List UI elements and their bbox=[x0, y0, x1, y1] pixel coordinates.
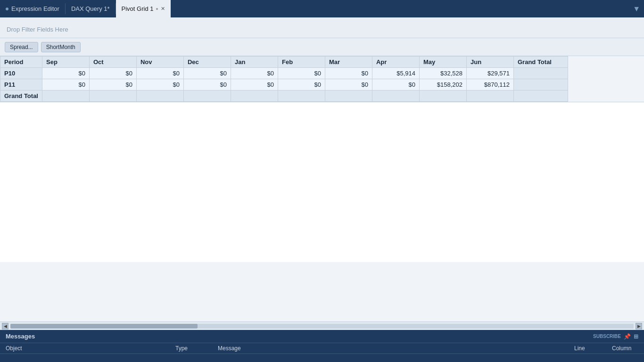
data-cell: $0 bbox=[136, 79, 183, 90]
pivot-table: Period Sep Oct Nov Dec Jan Feb Mar Apr M… bbox=[0, 56, 568, 102]
tab-dot bbox=[6, 8, 8, 10]
data-cell: $0 bbox=[183, 68, 231, 79]
chip-spread-label: Spread... bbox=[10, 44, 33, 50]
main-content: Drop Filter Fields Here Spread... ShortM… bbox=[0, 17, 644, 330]
col-header-jan: Jan bbox=[231, 57, 278, 68]
col-header-grand-total: Grand Total bbox=[513, 57, 568, 68]
title-bar: Expression Editor DAX Query 1* Pivot Gri… bbox=[0, 0, 644, 17]
scroll-thumb[interactable] bbox=[10, 324, 198, 329]
col-header-mar: Mar bbox=[325, 57, 372, 68]
data-cell bbox=[136, 90, 183, 102]
data-cell: $0 bbox=[231, 79, 278, 90]
pivot-table-wrapper[interactable]: Period Sep Oct Nov Dec Jan Feb Mar Apr M… bbox=[0, 56, 644, 321]
chip-shortmonth[interactable]: ShortMonth bbox=[41, 42, 81, 52]
data-cell: $0 bbox=[278, 68, 325, 79]
data-cell: $5,914 bbox=[372, 68, 419, 79]
messages-col-object: Object bbox=[0, 345, 170, 352]
period-cell-p11: P11 bbox=[0, 79, 42, 90]
data-cell bbox=[183, 90, 231, 102]
pivot-area: Period Sep Oct Nov Dec Jan Feb Mar Apr M… bbox=[0, 56, 644, 321]
messages-col-type: Type bbox=[170, 345, 212, 352]
data-cell: $0 bbox=[42, 68, 89, 79]
col-header-jun: Jun bbox=[466, 57, 513, 68]
period-cell-grand-total: Grand Total bbox=[0, 90, 42, 102]
chip-spread[interactable]: Spread... bbox=[5, 42, 38, 52]
messages-header: Messages SUBSCRIBE 📌 ⊞ bbox=[0, 330, 644, 343]
data-cell: $32,528 bbox=[419, 68, 466, 79]
data-cell: $0 bbox=[278, 79, 325, 90]
period-cell-p10: P10 bbox=[0, 68, 42, 79]
scroll-right-arrow[interactable]: ▶ bbox=[636, 323, 642, 329]
tab-label: Pivot Grid 1 bbox=[122, 5, 154, 12]
tab-separator-dot bbox=[156, 8, 158, 10]
tab-dax-query[interactable]: DAX Query 1* bbox=[66, 0, 116, 17]
data-cell: $29,571 bbox=[466, 68, 513, 79]
empty-canvas bbox=[0, 102, 644, 262]
grand-total-row: Grand Total bbox=[0, 90, 568, 102]
data-cell: $0 bbox=[89, 68, 136, 79]
data-cell: $0 bbox=[325, 79, 372, 90]
tab-close-icon[interactable]: ✕ bbox=[161, 6, 165, 12]
dock-icon[interactable]: ⊞ bbox=[634, 333, 638, 340]
col-header-nov: Nov bbox=[136, 57, 183, 68]
col-header-apr: Apr bbox=[372, 57, 419, 68]
data-cell: $0 bbox=[183, 79, 231, 90]
col-header-may: May bbox=[419, 57, 466, 68]
header-row: Period Sep Oct Nov Dec Jan Feb Mar Apr M… bbox=[0, 57, 568, 68]
messages-col-message: Message bbox=[212, 345, 569, 352]
chip-row: Spread... ShortMonth bbox=[0, 38, 644, 56]
table-row: P11 $0 $0 $0 $0 $0 $0 $0 $0 $158,202 $87… bbox=[0, 79, 568, 90]
data-cell bbox=[419, 90, 466, 102]
messages-title: Messages bbox=[6, 333, 35, 340]
horizontal-scrollbar[interactable]: ◀ ▶ bbox=[0, 321, 644, 330]
data-cell bbox=[278, 90, 325, 102]
chip-shortmonth-label: ShortMonth bbox=[46, 44, 75, 50]
grand-total-cell bbox=[513, 68, 568, 79]
data-cell: $158,202 bbox=[419, 79, 466, 90]
grand-total-cell bbox=[513, 90, 568, 102]
col-header-sep: Sep bbox=[42, 57, 89, 68]
data-cell: $870,112 bbox=[466, 79, 513, 90]
tab-label: DAX Query 1* bbox=[71, 5, 110, 12]
data-cell: $0 bbox=[325, 68, 372, 79]
messages-header-controls: SUBSCRIBE 📌 ⊞ bbox=[593, 333, 638, 340]
data-cell bbox=[466, 90, 513, 102]
tab-pivot-grid[interactable]: Pivot Grid 1 ✕ bbox=[116, 0, 171, 17]
data-cell: $0 bbox=[372, 79, 419, 90]
messages-col-column: Column bbox=[606, 345, 644, 352]
pin-icon[interactable]: 📌 bbox=[624, 333, 631, 340]
data-cell: $0 bbox=[136, 68, 183, 79]
table-row: P10 $0 $0 $0 $0 $0 $0 $0 $5,914 $32,528 … bbox=[0, 68, 568, 79]
data-cell bbox=[325, 90, 372, 102]
col-header-period: Period bbox=[0, 57, 42, 68]
drop-filter-bar[interactable]: Drop Filter Fields Here bbox=[0, 21, 644, 38]
bottom-panel: Messages SUBSCRIBE 📌 ⊞ Object Type Messa… bbox=[0, 330, 644, 362]
scroll-track[interactable] bbox=[10, 324, 634, 329]
subscribe-label: SUBSCRIBE bbox=[593, 334, 621, 339]
col-header-dec: Dec bbox=[183, 57, 231, 68]
messages-columns: Object Type Message Line Column bbox=[0, 343, 644, 354]
col-header-feb: Feb bbox=[278, 57, 325, 68]
data-cell: $0 bbox=[89, 79, 136, 90]
col-header-oct: Oct bbox=[89, 57, 136, 68]
tab-label: Expression Editor bbox=[11, 5, 59, 12]
expand-icon[interactable]: ▼ bbox=[633, 5, 644, 13]
data-cell: $0 bbox=[231, 68, 278, 79]
scroll-left-arrow[interactable]: ◀ bbox=[2, 323, 8, 329]
grand-total-cell bbox=[513, 79, 568, 90]
messages-col-line: Line bbox=[569, 345, 606, 352]
data-cell bbox=[89, 90, 136, 102]
tab-expression-editor[interactable]: Expression Editor bbox=[0, 0, 65, 17]
data-cell bbox=[231, 90, 278, 102]
data-cell bbox=[42, 90, 89, 102]
data-cell: $0 bbox=[42, 79, 89, 90]
data-cell bbox=[372, 90, 419, 102]
drop-filter-label: Drop Filter Fields Here bbox=[7, 26, 68, 33]
